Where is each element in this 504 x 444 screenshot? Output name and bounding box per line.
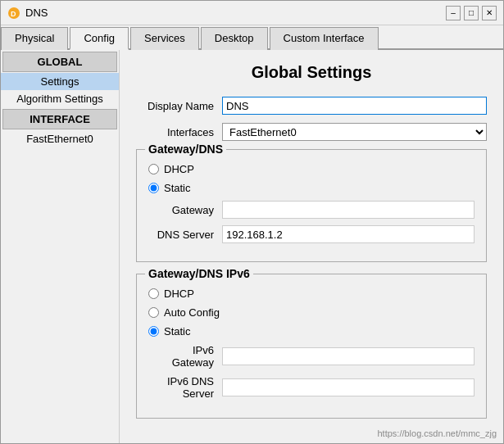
- sidebar-item-fastethernet[interactable]: FastEthernet0: [1, 130, 119, 147]
- tab-services[interactable]: Services: [130, 27, 199, 50]
- gateway-row: Gateway: [148, 201, 474, 219]
- gateway-label: Gateway: [148, 204, 222, 216]
- dns-icon: D: [7, 7, 20, 20]
- content-area: GLOBAL Settings Algorithm Settings INTER…: [1, 50, 503, 443]
- title-bar-left: D DNS: [7, 7, 48, 20]
- dhcp-ipv6-label[interactable]: DHCP: [164, 288, 194, 300]
- interfaces-row: Interfaces FastEthernet0: [136, 123, 487, 141]
- dns-server-row: DNS Server: [148, 225, 474, 243]
- gateway-dns-legend: Gateway/DNS: [145, 143, 226, 156]
- display-name-label: Display Name: [136, 100, 222, 112]
- static-ipv6-radio[interactable]: [148, 326, 159, 337]
- auto-config-radio[interactable]: [148, 307, 159, 318]
- minimize-button[interactable]: –: [446, 6, 461, 20]
- static-ipv6-label[interactable]: Static: [164, 325, 191, 338]
- tab-config[interactable]: Config: [70, 27, 129, 50]
- sidebar-item-algorithm[interactable]: Algorithm Settings: [1, 90, 119, 107]
- static-ipv6-radio-row: Static: [148, 325, 474, 338]
- gateway-dns-ipv6-section: Gateway/DNS IPv6 DHCP Auto Config Static…: [136, 274, 487, 419]
- watermark: https://blog.csdn.net/mmc_zjg: [377, 428, 497, 438]
- sidebar-scroll[interactable]: GLOBAL Settings Algorithm Settings INTER…: [1, 50, 119, 443]
- auto-config-label[interactable]: Auto Config: [164, 306, 220, 319]
- auto-config-radio-row: Auto Config: [148, 306, 474, 319]
- interfaces-select[interactable]: FastEthernet0: [222, 123, 487, 141]
- tab-bar: Physical Config Services Desktop Custom …: [1, 25, 503, 50]
- gateway-dns-ipv6-legend: Gateway/DNS IPv6: [145, 267, 253, 280]
- dhcp-radio-row: DHCP: [148, 163, 474, 175]
- sidebar-item-settings[interactable]: Settings: [1, 73, 119, 90]
- title-bar-controls: – □ ✕: [446, 6, 497, 20]
- window-title: DNS: [25, 7, 48, 19]
- dhcp-ipv6-radio-row: DHCP: [148, 288, 474, 300]
- dhcp-label[interactable]: DHCP: [164, 163, 194, 175]
- tab-custom-interface[interactable]: Custom Interface: [270, 27, 379, 50]
- dhcp-ipv6-radio[interactable]: [148, 288, 159, 299]
- maximize-button[interactable]: □: [464, 6, 479, 20]
- display-name-row: Display Name: [136, 97, 487, 115]
- main-window: D DNS – □ ✕ Physical Config Services Des…: [0, 0, 504, 444]
- tab-physical[interactable]: Physical: [1, 27, 68, 50]
- ipv6-dns-server-row: IPv6 DNS Server: [148, 375, 474, 400]
- ipv6-dns-server-label: IPv6 DNS Server: [148, 375, 222, 400]
- ipv6-gateway-input[interactable]: [222, 347, 474, 365]
- static-radio-row: Static: [148, 182, 474, 194]
- close-button[interactable]: ✕: [482, 6, 497, 20]
- static-label[interactable]: Static: [164, 182, 191, 194]
- dns-server-label: DNS Server: [148, 229, 222, 241]
- gateway-input[interactable]: [222, 201, 474, 219]
- ipv6-dns-server-input[interactable]: [222, 378, 474, 396]
- title-bar: D DNS – □ ✕: [1, 1, 503, 25]
- dns-server-input[interactable]: [222, 225, 474, 243]
- dhcp-radio[interactable]: [148, 164, 159, 174]
- ipv6-gateway-label: IPv6 Gateway: [148, 344, 222, 369]
- interfaces-label: Interfaces: [136, 126, 222, 138]
- svg-text:D: D: [11, 10, 16, 18]
- gateway-dns-section: Gateway/DNS DHCP Static Gateway DNS Serv…: [136, 149, 487, 262]
- main-panel: Global Settings Display Name Interfaces …: [120, 50, 503, 443]
- display-name-input[interactable]: [222, 97, 487, 115]
- sidebar: GLOBAL Settings Algorithm Settings INTER…: [1, 50, 120, 443]
- sidebar-interface-header: INTERFACE: [2, 109, 117, 129]
- panel-title: Global Settings: [136, 63, 487, 82]
- static-radio[interactable]: [148, 183, 159, 193]
- sidebar-global-header: GLOBAL: [2, 52, 117, 72]
- ipv6-gateway-row: IPv6 Gateway: [148, 344, 474, 369]
- tab-desktop[interactable]: Desktop: [201, 27, 268, 50]
